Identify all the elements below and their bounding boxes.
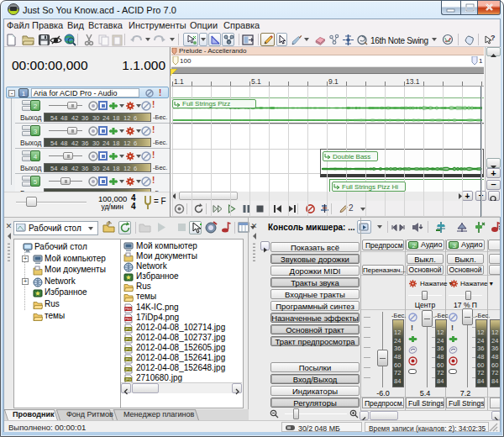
svg-text:JPG: JPG: [125, 358, 131, 361]
svg-text:JPG: JPG: [125, 348, 131, 351]
svg-text:PNG: PNG: [125, 318, 132, 321]
svg-text:?: ?: [491, 34, 496, 42]
svg-text:JPG: JPG: [125, 378, 131, 382]
svg-text:JPG: JPG: [125, 338, 131, 341]
svg-text:JPG: JPG: [125, 328, 131, 331]
svg-text:PNG: PNG: [125, 308, 132, 311]
svg-text:JPG: JPG: [125, 368, 131, 371]
